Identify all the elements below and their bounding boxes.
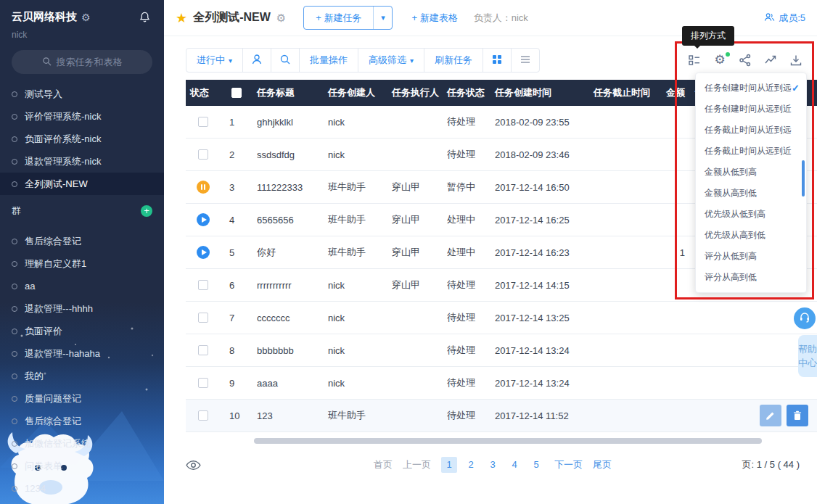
new-task-dropdown-caret[interactable]: ▾ xyxy=(373,7,392,29)
row-checkbox[interactable] xyxy=(198,149,208,160)
cell-number: 2 xyxy=(221,149,253,160)
sort-menu-scrollbar[interactable] xyxy=(802,160,805,197)
sidebar-item-group[interactable]: 负面评价 xyxy=(0,320,164,342)
sidebar-item-project[interactable]: 测试导入 xyxy=(0,83,164,105)
page-number[interactable]: 5 xyxy=(528,457,544,473)
cell-created: 2017-12-14 13:25 xyxy=(490,313,589,323)
cell-title: rrrrrrrrrrr xyxy=(253,280,324,291)
pagination-prev[interactable]: 上一页 xyxy=(403,458,431,471)
sidebar-item-project[interactable]: 退款管理系统-nick xyxy=(0,150,164,173)
sort-option[interactable]: 优先级从高到低 xyxy=(696,225,806,246)
sidebar-item-project[interactable]: 全列测试-NEW xyxy=(0,173,164,195)
column-header: 金额 xyxy=(660,86,691,99)
list-view-button[interactable] xyxy=(512,49,539,72)
row-checkbox[interactable] xyxy=(198,378,208,388)
new-task-button[interactable]: + 新建任务 xyxy=(304,7,373,29)
sort-option[interactable]: 优先级从低到高 xyxy=(696,204,806,225)
table-row[interactable]: 10123班牛助手待处理2017-12-14 11:52 xyxy=(186,400,817,432)
table-row[interactable]: 7cccccccnick待处理2017-12-14 13:25 xyxy=(186,302,817,334)
advanced-filter-label: 高级筛选 xyxy=(369,54,406,67)
sidebar-item-group[interactable]: 售后综合登记 xyxy=(0,410,164,432)
sidebar-item-group[interactable]: 质量问题登记 xyxy=(0,387,164,410)
sort-option[interactable]: 任务截止时间从远到近 xyxy=(696,141,806,162)
company-settings-gear-icon[interactable]: ⚙ xyxy=(81,12,91,23)
circle-icon xyxy=(12,329,17,334)
main-content: ★ 全列测试-NEW ⚙ + 新建任务 ▾ + 新建表格 负责人：nick 成员… xyxy=(164,0,817,504)
row-checkbox[interactable] xyxy=(198,313,208,323)
card-view-button[interactable] xyxy=(483,49,512,72)
sidebar-item-group[interactable]: 加微信登记系统 xyxy=(0,432,164,455)
page-number[interactable]: 4 xyxy=(506,457,522,473)
assignee-filter-button[interactable] xyxy=(243,49,271,72)
sidebar-item-group[interactable]: 问卷表单 xyxy=(0,455,164,477)
circle-icon xyxy=(12,136,17,142)
table-row[interactable]: 9aaaanick待处理2017-12-14 13:24 xyxy=(186,367,817,400)
advanced-filter-dropdown[interactable]: 高级筛选 ▾ xyxy=(358,49,424,72)
help-center-tab[interactable]: 帮助中心 xyxy=(798,335,817,377)
page-number[interactable]: 2 xyxy=(463,457,479,473)
delete-button[interactable] xyxy=(787,405,808,426)
favorite-star-icon[interactable]: ★ xyxy=(176,10,187,26)
project-settings-gear-icon[interactable]: ⚙ xyxy=(276,12,286,25)
sort-option[interactable]: 评分从低到高 xyxy=(696,246,806,267)
sidebar-item-group[interactable]: 我的 xyxy=(0,365,164,387)
sidebar-item-label: 退款管理---hhhh xyxy=(25,302,93,315)
cell-number: 7 xyxy=(221,313,253,323)
row-checkbox[interactable] xyxy=(198,410,208,421)
pagination-next[interactable]: 下一页 xyxy=(554,458,583,471)
members-button[interactable]: 成员:5 xyxy=(764,12,805,25)
edit-button[interactable] xyxy=(760,405,781,426)
sidebar-search-input[interactable]: 搜索任务和表格 xyxy=(12,50,152,74)
sidebar-item-group[interactable]: 理解自定义群1 xyxy=(0,252,164,275)
members-icon xyxy=(764,12,775,25)
batch-operations-button[interactable]: 批量操作 xyxy=(300,49,358,72)
sidebar-item-group[interactable]: 1234 xyxy=(0,477,164,500)
sort-option[interactable]: 任务创建时间从远到近 xyxy=(696,99,806,120)
search-icon xyxy=(42,57,52,68)
sort-option[interactable]: 任务截止时间从近到远 xyxy=(696,120,806,141)
cell-title: 6565656 xyxy=(253,215,324,226)
select-all-checkbox[interactable] xyxy=(231,88,242,98)
table-row[interactable]: 8bbbbbbbnick待处理2017-12-14 13:24 xyxy=(186,334,817,367)
new-task-split-button[interactable]: + 新建任务 ▾ xyxy=(303,6,393,30)
page-number[interactable]: 3 xyxy=(485,457,501,473)
circle-icon xyxy=(12,441,17,447)
row-checkbox[interactable] xyxy=(198,280,208,290)
sidebar-item-group[interactable]: 退款管理--hahaha xyxy=(0,342,164,365)
sort-option[interactable]: 金额从高到低 xyxy=(696,183,806,204)
sort-order-icon[interactable] xyxy=(688,54,701,67)
pagination-last[interactable]: 尾页 xyxy=(593,458,612,471)
sort-option-label: 评分从低到高 xyxy=(705,250,757,263)
sidebar-item-group[interactable]: aa xyxy=(0,275,164,297)
sidebar-item-label: 售后综合登记 xyxy=(25,235,81,248)
add-group-button[interactable]: + xyxy=(141,205,152,217)
cell-state: 待处理 xyxy=(443,278,490,292)
pagination-first[interactable]: 首页 xyxy=(374,458,393,471)
share-icon[interactable] xyxy=(739,54,752,67)
row-checkbox[interactable] xyxy=(198,345,208,355)
search-tasks-button[interactable] xyxy=(271,49,300,72)
download-icon[interactable] xyxy=(789,54,802,67)
cell-created: 2017-12-14 16:23 xyxy=(490,247,589,258)
refresh-tasks-button[interactable]: 刷新任务 xyxy=(424,49,483,72)
sidebar-item-group[interactable]: 退款管理---hhhh xyxy=(0,297,164,320)
help-bubble-button[interactable] xyxy=(794,307,816,329)
sidebar-item-project[interactable]: 评价管理系统-nick xyxy=(0,105,164,128)
horizontal-scrollbar[interactable] xyxy=(254,438,762,444)
grid-view-icon xyxy=(491,54,503,67)
sort-option[interactable]: 金额从低到高 xyxy=(696,162,806,183)
chart-trend-icon[interactable] xyxy=(764,54,777,67)
row-checkbox[interactable] xyxy=(198,117,208,127)
person-icon xyxy=(251,54,263,67)
sort-option[interactable]: 评分从高到低 xyxy=(696,267,806,288)
cell-number: 3 xyxy=(221,182,253,193)
cell-created: 2017-12-14 16:50 xyxy=(490,182,589,193)
page-number[interactable]: 1 xyxy=(441,457,457,473)
sort-option[interactable]: 任务创建时间从近到远✓ xyxy=(696,78,806,99)
status-filter-dropdown[interactable]: 进行中 ▾ xyxy=(186,49,243,72)
sidebar-item-project[interactable]: 负面评价系统-nick xyxy=(0,128,164,150)
green-status-dot xyxy=(726,52,730,57)
sidebar-item-group[interactable]: 售后综合登记 xyxy=(0,230,164,252)
table-settings-gear-icon[interactable]: ⚙ xyxy=(713,54,726,67)
new-table-button[interactable]: + 新建表格 xyxy=(411,12,457,25)
